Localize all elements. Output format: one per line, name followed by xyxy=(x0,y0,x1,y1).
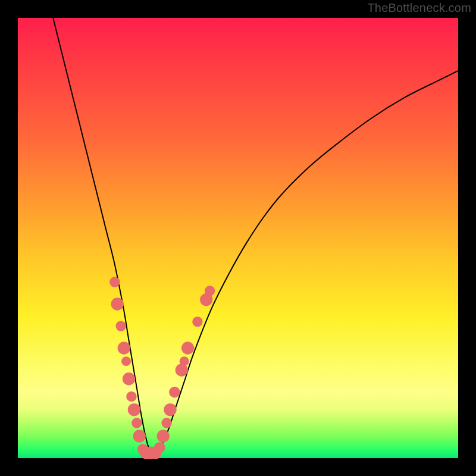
data-marker xyxy=(123,372,135,385)
data-marker xyxy=(109,277,120,287)
data-marker xyxy=(181,342,194,354)
data-marker xyxy=(121,356,131,366)
data-marker xyxy=(128,403,140,416)
bottleneck-svg xyxy=(18,18,458,458)
data-marker xyxy=(169,387,180,398)
data-marker xyxy=(154,442,165,453)
data-marker xyxy=(131,418,142,428)
data-marker xyxy=(116,321,126,331)
data-marker xyxy=(205,286,215,296)
data-marker xyxy=(164,403,176,416)
data-marker xyxy=(161,418,171,428)
plot-area xyxy=(18,18,458,458)
data-marker xyxy=(133,430,146,442)
chart-frame: TheBottleneck.com xyxy=(0,0,476,476)
marker-layer xyxy=(109,277,215,459)
data-marker xyxy=(126,392,136,402)
data-marker xyxy=(111,298,124,310)
data-marker xyxy=(180,356,189,366)
data-marker xyxy=(192,317,202,327)
watermark-text: TheBottleneck.com xyxy=(367,1,471,15)
bottleneck-curve xyxy=(53,18,458,451)
data-marker xyxy=(157,430,170,442)
data-marker xyxy=(118,342,130,354)
